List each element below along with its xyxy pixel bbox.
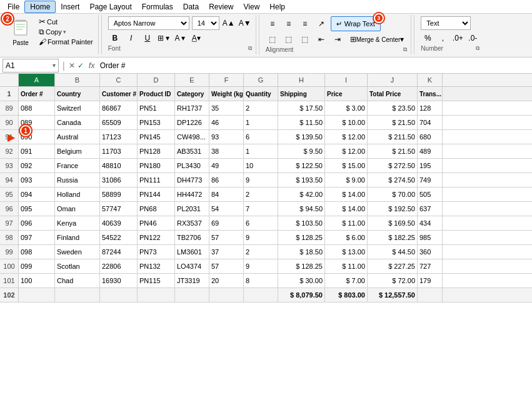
- cell-b98[interactable]: Finland: [55, 231, 100, 244]
- cell-d96[interactable]: PN68: [138, 202, 175, 216]
- cell-f1[interactable]: Weight (kg): [209, 87, 244, 101]
- cell-c100[interactable]: 22806: [100, 259, 138, 273]
- cell-e93[interactable]: PL3430: [175, 159, 209, 172]
- cell-h96[interactable]: $ 94.50: [278, 202, 325, 216]
- check-icon[interactable]: ✓: [78, 61, 84, 70]
- align-middle-right[interactable]: ⬚: [298, 32, 312, 46]
- underline-button[interactable]: U: [141, 31, 154, 45]
- cell-b90[interactable]: Canada: [55, 116, 100, 129]
- cell-f100[interactable]: 57: [209, 259, 244, 273]
- cell-c98[interactable]: 54522: [100, 231, 138, 244]
- cell-f95[interactable]: 84: [209, 188, 244, 201]
- cut-button[interactable]: ✂ Cut: [36, 16, 96, 27]
- comma-button[interactable]: ,: [436, 31, 449, 45]
- cell-i99[interactable]: $ 13.00: [325, 245, 368, 259]
- cell-j100[interactable]: $ 227.25: [368, 259, 418, 273]
- align-top-right[interactable]: ≡: [298, 17, 312, 31]
- cell-f96[interactable]: 54: [209, 202, 244, 216]
- cell-c92[interactable]: 11703: [100, 144, 138, 158]
- cell-i100[interactable]: $ 11.00: [325, 259, 368, 273]
- cell-j92[interactable]: $ 21.50: [368, 144, 418, 158]
- indent-increase[interactable]: ⇥: [331, 32, 344, 46]
- cell-d98[interactable]: PN122: [138, 231, 175, 244]
- menu-insert[interactable]: Insert: [56, 1, 84, 12]
- cell-d91[interactable]: PN145: [138, 130, 175, 144]
- align-top-left[interactable]: ≡: [266, 17, 279, 31]
- cell-j94[interactable]: $ 274.50: [368, 173, 418, 187]
- cell-e99[interactable]: LM3601: [175, 245, 209, 259]
- cell-e100[interactable]: LO4374: [175, 259, 209, 273]
- col-header-d[interactable]: D: [138, 74, 175, 86]
- cell-g1[interactable]: Quantity: [244, 87, 278, 101]
- cell-i96[interactable]: $ 14.00: [325, 202, 368, 216]
- cell-f99[interactable]: 37: [209, 245, 244, 259]
- cell-a102[interactable]: [19, 288, 55, 302]
- cell-d101[interactable]: PN115: [138, 274, 175, 288]
- cell-i91[interactable]: $ 12.00: [325, 130, 368, 144]
- cell-a94[interactable]: 093: [19, 173, 55, 187]
- font-group-expand[interactable]: ⧉: [248, 45, 252, 52]
- cell-f101[interactable]: 20: [209, 274, 244, 288]
- cell-d92[interactable]: PN128: [138, 144, 175, 158]
- cell-j102[interactable]: $ 12,557.50: [368, 288, 418, 302]
- merge-center-button[interactable]: ⊞ Merge & Center ▾: [347, 32, 408, 46]
- cell-j101[interactable]: $ 72.00: [368, 274, 418, 288]
- paste-button[interactable]: 2 Paste: [5, 16, 36, 48]
- cell-b1[interactable]: Country: [55, 87, 100, 101]
- cell-g92[interactable]: 1: [244, 144, 278, 158]
- cell-j96[interactable]: $ 192.50: [368, 202, 418, 216]
- fill-color-button[interactable]: A ▾: [173, 31, 187, 45]
- cell-c94[interactable]: 31086: [100, 173, 138, 187]
- cell-b100[interactable]: Scotlan: [55, 259, 100, 273]
- cell-f93[interactable]: 49: [209, 159, 244, 172]
- cell-a89[interactable]: 088: [19, 101, 55, 115]
- menu-file[interactable]: File: [3, 1, 24, 12]
- cell-k91[interactable]: 680: [418, 130, 443, 144]
- bold-button[interactable]: B: [108, 31, 122, 45]
- cell-i98[interactable]: $ 6.00: [325, 231, 368, 244]
- menu-view[interactable]: View: [239, 1, 265, 12]
- cell-h90[interactable]: $ 11.50: [278, 116, 325, 129]
- cell-b94[interactable]: Russia: [55, 173, 100, 187]
- format-painter-button[interactable]: 🖌 Format Painter: [36, 37, 96, 47]
- cell-h95[interactable]: $ 42.00: [278, 188, 325, 201]
- col-header-a[interactable]: A: [19, 74, 55, 86]
- cell-e90[interactable]: DP1226: [175, 116, 209, 129]
- cell-h97[interactable]: $ 103.50: [278, 216, 325, 230]
- cell-e94[interactable]: DH4773: [175, 173, 209, 187]
- wrap-text-button[interactable]: ↵ Wrap Text 3: [331, 16, 381, 31]
- formula-input[interactable]: [100, 59, 529, 72]
- percent-button[interactable]: %: [421, 31, 434, 45]
- cell-c101[interactable]: 16930: [100, 274, 138, 288]
- cell-h93[interactable]: $ 122.50: [278, 159, 325, 172]
- cell-c97[interactable]: 40639: [100, 216, 138, 230]
- cell-h1[interactable]: Shipping: [278, 87, 325, 101]
- cell-i97[interactable]: $ 11.00: [325, 216, 368, 230]
- cell-h101[interactable]: $ 30.00: [278, 274, 325, 288]
- cell-d102[interactable]: [138, 288, 175, 302]
- cell-j1[interactable]: Total Price: [368, 87, 418, 101]
- indent-decrease[interactable]: ⇤: [314, 32, 328, 46]
- cell-h92[interactable]: $ 9.50: [278, 144, 325, 158]
- decrease-decimal[interactable]: .0-: [466, 31, 479, 45]
- cell-b99[interactable]: Sweden: [55, 245, 100, 259]
- cell-d100[interactable]: PN132: [138, 259, 175, 273]
- cell-i94[interactable]: $ 9.00: [325, 173, 368, 187]
- cell-g90[interactable]: 1: [244, 116, 278, 129]
- cell-b96[interactable]: Oman: [55, 202, 100, 216]
- cell-b92[interactable]: Belgium: [55, 144, 100, 158]
- cell-b89[interactable]: Switzerl: [55, 101, 100, 115]
- cell-h99[interactable]: $ 18.50: [278, 245, 325, 259]
- align-middle-center[interactable]: ⬚: [282, 32, 296, 46]
- menu-review[interactable]: Review: [204, 1, 238, 12]
- cell-i93[interactable]: $ 15.00: [325, 159, 368, 172]
- cell-c89[interactable]: 86867: [100, 101, 138, 115]
- menu-help[interactable]: Help: [264, 1, 290, 12]
- cell-d94[interactable]: PN111: [138, 173, 175, 187]
- cell-e92[interactable]: AB3531: [175, 144, 209, 158]
- cell-reference-box[interactable]: A1 ▾: [3, 59, 59, 72]
- col-header-c[interactable]: C: [100, 74, 138, 86]
- cell-b91[interactable]: Austral: [55, 130, 100, 144]
- font-name-select[interactable]: Aptos Narrow: [108, 16, 189, 30]
- cell-b101[interactable]: Chad: [55, 274, 100, 288]
